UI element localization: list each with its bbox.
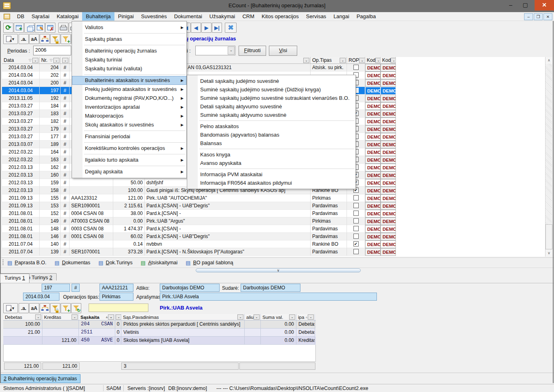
- select-columns-button[interactable]: ▼: [3, 34, 18, 44]
- menubar-item[interactable]: Langai: [330, 12, 353, 21]
- menu-item[interactable]: Suminė sąskaitų judėjimo suvestinė sutra…: [187, 94, 355, 102]
- menu-item[interactable]: Dokumentų registrai (PAV,KPO,K/O...) ▶: [72, 94, 186, 103]
- menubar-item[interactable]: CRM: [239, 12, 258, 21]
- journal-row[interactable]: 2011.08.01 146 # 0001 CSAN 08 60.02 Pard…: [2, 233, 396, 240]
- detail-tab[interactable]: Turinys 1: [0, 274, 30, 283]
- menu-item[interactable]: Buhalterinių operacijų žurnalas: [72, 46, 186, 55]
- menu-item[interactable]: Inventorizacijos aprašai ▶: [72, 103, 186, 112]
- scroll-up-icon[interactable]: ∧: [546, 57, 552, 64]
- scroll-down-icon[interactable]: ∨: [546, 250, 552, 257]
- period-input[interactable]: 2006: [33, 46, 71, 55]
- menu-item[interactable]: Bandomasis (apyvartos) balansas: [187, 131, 355, 139]
- column-header-debetas[interactable]: Debetas⌄: [3, 314, 42, 320]
- detail-filter-refresh-button[interactable]: ↻: [71, 303, 81, 313]
- menubar-item[interactable]: Katalogai: [53, 12, 82, 21]
- menu-item[interactable]: Suminė sąskaitų aktyvumo suvestinė: [187, 111, 355, 119]
- close-button[interactable]: ✕: [535, 0, 554, 11]
- rop-checkbox[interactable]: [353, 195, 359, 200]
- rop-checkbox[interactable]: [353, 249, 359, 254]
- column-header-kod1[interactable]: Kod⌄: [365, 57, 381, 63]
- entry-row[interactable]: 100.00 204CSAN 0 Pirktos prekės skirtos …: [3, 320, 316, 329]
- rop-checkbox[interactable]: [353, 234, 359, 239]
- prev-record-button[interactable]: ◀: [191, 23, 201, 33]
- menu-item[interactable]: Buhalterinės ataskaitos ir suvestinės ▶: [72, 76, 186, 85]
- column-header-hash[interactable]: ⌄: [61, 57, 70, 63]
- rop-checkbox[interactable]: [353, 211, 359, 216]
- menubar-item[interactable]: Kitos operacijos: [258, 12, 302, 21]
- column-header-valiuta[interactable]: aliu⌄: [245, 314, 261, 320]
- menu-item[interactable]: Kasos knyga: [187, 150, 355, 159]
- menu-item[interactable]: Sąskaitų turiniai (valiuta): [72, 64, 186, 73]
- detail-select-columns-button[interactable]: ▼: [3, 303, 18, 313]
- filter-combo[interactable]: ⌄: [195, 46, 235, 55]
- refresh-button[interactable]: ⟳: [3, 23, 13, 33]
- filter-funnel-icon[interactable]: ▽: [29, 58, 32, 62]
- minimize-button[interactable]: –: [504, 0, 518, 11]
- entry-row[interactable]: 121.00 450ASVE 0 Skolos tiekėjams [UAB A…: [3, 337, 316, 345]
- splitter-handle[interactable]: ∨: [196, 268, 361, 272]
- menu-item[interactable]: Makrooperacijos ▶: [72, 112, 186, 120]
- record-mode-button[interactable]: ▤ Atsiskaitymai: [141, 260, 178, 266]
- menu-item[interactable]: Pelno ataskaitos: [187, 122, 355, 131]
- column-header-suma-val[interactable]: Suma val.⌄: [261, 314, 296, 320]
- journal-row[interactable]: 2011.09.13 153 # SER1090001 2 115.61 Par…: [2, 202, 396, 210]
- hash-button[interactable]: #: [72, 284, 80, 292]
- column-dropdown-icon[interactable]: ⌄: [62, 58, 68, 63]
- mdi-restore-button[interactable]: ❐: [534, 13, 543, 20]
- column-dropdown-icon[interactable]: ⌄: [359, 58, 365, 63]
- rop-checkbox[interactable]: [353, 65, 359, 70]
- menu-item[interactable]: Skolų ataskaitos ir suvestinės ▶: [72, 120, 186, 129]
- journal-row[interactable]: 2011.08.01 149 # AT0003 CSAN 08 0.00 Pir…: [2, 217, 396, 225]
- detail-filter-add-button[interactable]: +: [61, 303, 71, 313]
- column-dropdown-icon[interactable]: ⌄: [303, 58, 309, 63]
- menu-item[interactable]: Detali sąskaitų aktyvumo suvestinė: [187, 102, 355, 111]
- menu-item[interactable]: Informacija FR0564 ataskaitos pildymui: [187, 179, 355, 187]
- journal-row[interactable]: 2011.07.04 139 # SER1070001 373.28 Pard.…: [2, 248, 396, 256]
- column-header-saskaita[interactable]: Sąskaita▵⌄: [79, 314, 115, 320]
- menubar-item[interactable]: Pagalba: [353, 12, 380, 21]
- aprasymas-field[interactable]: Pirk.:UAB Asvela: [160, 293, 377, 301]
- rop-checkbox[interactable]: [353, 241, 359, 247]
- journal-row[interactable]: 2011.07.04 140 # 0.14 nvbbvn Rankinė BO …: [2, 240, 396, 248]
- column-header-rop[interactable]: ROP⌄: [347, 57, 365, 63]
- menu-item[interactable]: Valiutos ▶: [72, 23, 186, 32]
- menu-item[interactable]: Sąskaitų turiniai: [72, 55, 186, 64]
- close-view-button[interactable]: ✖: [225, 23, 237, 33]
- menubar-item[interactable]: Pinigai: [114, 12, 137, 21]
- maximize-button[interactable]: ▢: [518, 0, 532, 11]
- filter-lock-button[interactable]: 🔒: [50, 34, 60, 44]
- print-button[interactable]: [58, 23, 68, 33]
- menu-item[interactable]: Prekių judėjimo ataskaitos ir suvestinės…: [72, 85, 186, 94]
- column-dropdown-icon[interactable]: ⌄: [116, 314, 121, 320]
- column-header-kreditas[interactable]: Kreditas⌄: [42, 314, 79, 320]
- column-dropdown-icon[interactable]: ⌄: [35, 314, 41, 320]
- rop-checkbox[interactable]: [353, 203, 359, 208]
- menubar-item[interactable]: Buhalterija: [82, 12, 114, 21]
- record-mode-button[interactable]: ▤ Paprasta B.O.: [7, 260, 47, 266]
- column-dropdown-icon[interactable]: ⌄: [289, 314, 295, 320]
- column-dropdown-icon[interactable]: ⌄: [391, 58, 396, 63]
- record-nr-field[interactable]: 197: [42, 284, 70, 292]
- menu-item[interactable]: Informacija PVM ataskaitai: [187, 170, 355, 179]
- detail-tree-view-button[interactable]: [40, 303, 50, 313]
- menubar-item[interactable]: Sąrašai: [28, 12, 53, 21]
- filter-apply-button[interactable]: Filtruoti: [239, 46, 266, 56]
- column-dropdown-icon[interactable]: ⌄: [72, 314, 78, 320]
- menubar-item[interactable]: Užsakymai: [206, 12, 239, 21]
- menubar-item[interactable]: Servisas: [302, 12, 330, 21]
- record-mode-button[interactable]: ▤ Dokumentas: [55, 260, 90, 266]
- column-header-data[interactable]: Data▽⌄: [2, 57, 40, 63]
- detail-search-input[interactable]: [89, 303, 148, 312]
- journal-row[interactable]: 2014.03.04 204 # AN 03,GAS1231321 Atsisk…: [2, 64, 396, 72]
- menu-item[interactable]: Avanso apyskaita: [187, 159, 355, 167]
- scrollbar-thumb[interactable]: [546, 224, 552, 249]
- menu-item[interactable]: Finansiniai periodai: [72, 132, 186, 141]
- record-mode-button[interactable]: ▤ BO pagal šabloną: [186, 260, 233, 266]
- filter-funnel-icon[interactable]: ▽: [50, 58, 53, 62]
- detail-font-small-button[interactable]: .a.: [19, 303, 29, 313]
- entry-row[interactable]: 21.00 2511 0 Vietinis 0.00 Debetas: [3, 329, 316, 337]
- menu-item[interactable]: Detali sąskaitų judėjimo suvestinė: [187, 77, 355, 85]
- filter-add-button[interactable]: +: [61, 34, 71, 44]
- column-header-nr[interactable]: Nr.▽⌄: [40, 57, 61, 63]
- menubar-item[interactable]: Suvestinės: [137, 12, 171, 21]
